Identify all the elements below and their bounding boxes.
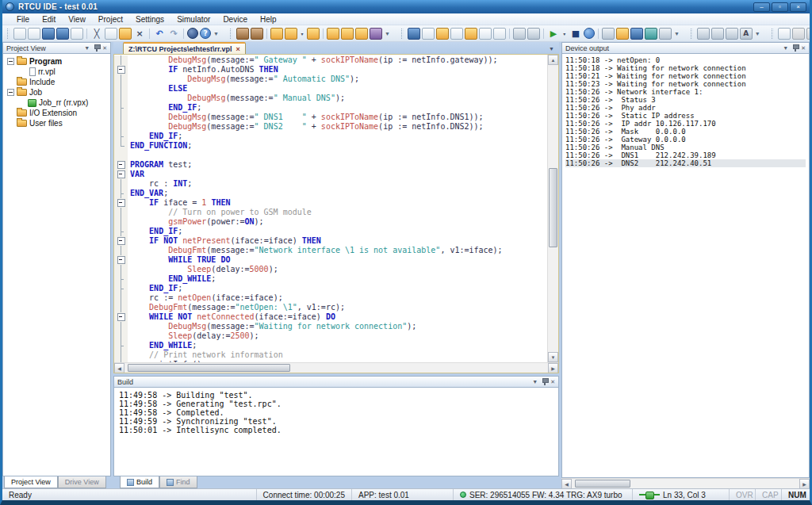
panel-close-icon[interactable]: ✕ bbox=[801, 45, 806, 52]
fold-gutter[interactable] bbox=[114, 274, 128, 284]
title-bar[interactable]: RTCU IDE - test 0.01 –▫× bbox=[2, 0, 810, 13]
tab-project-view[interactable]: Project View bbox=[4, 476, 58, 488]
fold-gutter[interactable] bbox=[114, 246, 128, 255]
reset-icon[interactable] bbox=[584, 28, 595, 39]
fold-gutter[interactable] bbox=[114, 341, 128, 350]
tree-item-program[interactable]: Program bbox=[5, 56, 109, 67]
device-output-log[interactable]: 11:50:18 -> netOpen: 011:50:18 -> Waitin… bbox=[561, 53, 810, 478]
fold-gutter[interactable] bbox=[114, 227, 128, 236]
project-files-icon[interactable] bbox=[327, 28, 339, 40]
fold-gutter[interactable] bbox=[114, 331, 128, 341]
undo-icon[interactable]: ↶ bbox=[153, 28, 166, 40]
menu-edit[interactable]: Edit bbox=[36, 15, 62, 24]
tile-windows-icon[interactable] bbox=[806, 28, 812, 40]
scroll-left-icon[interactable]: ◀ bbox=[114, 363, 124, 373]
toolbar-overflow-icon[interactable]: ▼ bbox=[213, 31, 219, 36]
tab-drive-view[interactable]: Drive View bbox=[58, 476, 106, 488]
profiler-icon[interactable] bbox=[527, 28, 540, 40]
pin-icon[interactable] bbox=[94, 44, 99, 52]
close-button[interactable]: × bbox=[790, 2, 806, 12]
run-dropdown-icon[interactable]: ▾ bbox=[561, 28, 568, 40]
scrollbar-thumb[interactable] bbox=[575, 480, 630, 488]
document-icon[interactable] bbox=[450, 28, 463, 40]
tab-build[interactable]: Build bbox=[120, 476, 159, 488]
panel-menu-icon[interactable]: ▼ bbox=[84, 45, 90, 52]
fold-gutter[interactable] bbox=[114, 151, 128, 160]
fold-gutter[interactable] bbox=[114, 360, 128, 362]
scroll-down-icon[interactable]: ▼ bbox=[548, 352, 558, 362]
connect-device-icon[interactable] bbox=[408, 28, 420, 40]
firmware-icon[interactable] bbox=[630, 28, 643, 40]
stop-icon[interactable]: ■ bbox=[569, 28, 582, 40]
tree-item-user-files[interactable]: User files bbox=[5, 118, 109, 128]
fold-gutter[interactable] bbox=[114, 284, 128, 293]
device-output-horizontal-scrollbar[interactable]: ◀ ▶ bbox=[561, 478, 810, 488]
toolbar-drag-handle[interactable] bbox=[772, 29, 774, 39]
fold-gutter[interactable] bbox=[114, 217, 128, 227]
open-file-icon[interactable] bbox=[28, 28, 40, 40]
panel-close-icon[interactable]: ✕ bbox=[550, 379, 555, 385]
menu-simulator[interactable]: Simulator bbox=[170, 15, 216, 24]
scroll-right-icon[interactable]: ▶ bbox=[799, 479, 810, 488]
monitor-icon[interactable] bbox=[422, 28, 435, 40]
fold-gutter[interactable] bbox=[114, 208, 128, 217]
fold-gutter[interactable] bbox=[114, 75, 128, 84]
menu-help[interactable]: Help bbox=[254, 15, 283, 24]
message-icon[interactable] bbox=[493, 28, 506, 40]
new-file-icon[interactable] bbox=[13, 28, 26, 40]
fold-gutter[interactable] bbox=[114, 65, 128, 75]
tree-item-rr-vpl[interactable]: rr.vpl bbox=[5, 67, 109, 77]
menu-device[interactable]: Device bbox=[216, 15, 254, 24]
chart-icon[interactable] bbox=[513, 28, 526, 40]
menu-file[interactable]: File bbox=[10, 15, 36, 24]
new-window-icon[interactable] bbox=[778, 28, 791, 40]
editor-vertical-scrollbar[interactable]: ▲ ▼ bbox=[547, 55, 558, 362]
build-icon[interactable] bbox=[236, 28, 249, 40]
variables-icon[interactable] bbox=[479, 28, 492, 40]
pin-icon[interactable] bbox=[792, 44, 798, 52]
tab-close-icon[interactable]: × bbox=[236, 45, 240, 53]
fold-gutter[interactable] bbox=[114, 236, 128, 246]
fold-gutter[interactable] bbox=[114, 113, 128, 122]
fold-gutter[interactable] bbox=[114, 293, 128, 303]
fold-gutter[interactable] bbox=[114, 265, 128, 274]
toolbar-drag-handle[interactable] bbox=[230, 29, 232, 39]
fold-gutter[interactable] bbox=[114, 255, 128, 265]
find-icon[interactable] bbox=[697, 28, 710, 40]
menu-project[interactable]: Project bbox=[92, 15, 129, 24]
fold-gutter[interactable] bbox=[114, 179, 128, 189]
editor-tab[interactable]: Z:\RTCU Projects\ethtest\rr.vpl × bbox=[123, 42, 246, 54]
scroll-right-icon[interactable]: ▶ bbox=[548, 363, 558, 373]
fold-gutter[interactable] bbox=[114, 198, 128, 208]
fold-gutter[interactable] bbox=[114, 132, 128, 141]
flash-icon[interactable] bbox=[645, 28, 657, 40]
scroll-up-icon[interactable]: ▲ bbox=[548, 55, 558, 65]
fold-gutter[interactable] bbox=[114, 160, 128, 170]
fold-gutter[interactable] bbox=[114, 141, 128, 151]
toolbar-overflow-icon[interactable]: ▼ bbox=[674, 31, 680, 36]
project-tree[interactable]: Programrr.vplIncludeJobJob_rr (rr.vpx)I/… bbox=[2, 53, 111, 476]
tree-expander-icon[interactable] bbox=[7, 58, 14, 65]
device-search-icon[interactable] bbox=[659, 28, 672, 40]
scroll-left-icon[interactable]: ◀ bbox=[561, 479, 572, 488]
build-output[interactable]: 11:49:58 -> Building "test".11:49:58 -> … bbox=[113, 387, 559, 476]
fold-gutter[interactable] bbox=[114, 84, 128, 94]
clock-icon[interactable] bbox=[602, 28, 615, 40]
toolbar-drag-handle[interactable] bbox=[7, 29, 10, 39]
build-all-icon[interactable] bbox=[251, 28, 263, 40]
tree-item-include[interactable]: Include bbox=[5, 77, 109, 87]
config-icon[interactable] bbox=[465, 28, 477, 40]
editor-horizontal-scrollbar[interactable]: ◀ ▶ bbox=[114, 362, 558, 373]
tab-find[interactable]: Find bbox=[159, 476, 197, 488]
pin-icon[interactable] bbox=[542, 378, 547, 385]
log-icon[interactable] bbox=[370, 28, 382, 40]
project-sync-icon[interactable] bbox=[341, 28, 354, 40]
fold-gutter[interactable] bbox=[114, 55, 128, 65]
registry-icon[interactable] bbox=[436, 28, 449, 40]
tree-item-job[interactable]: Job bbox=[5, 87, 109, 98]
tab-list-dropdown-icon[interactable]: ▼ bbox=[549, 46, 554, 52]
cut-icon[interactable]: ╳ bbox=[90, 28, 103, 40]
maximize-button[interactable]: ▫ bbox=[772, 2, 788, 12]
toolbar-overflow-icon[interactable]: ▼ bbox=[755, 31, 760, 36]
toolbar-overflow-icon[interactable]: ▼ bbox=[385, 31, 390, 36]
